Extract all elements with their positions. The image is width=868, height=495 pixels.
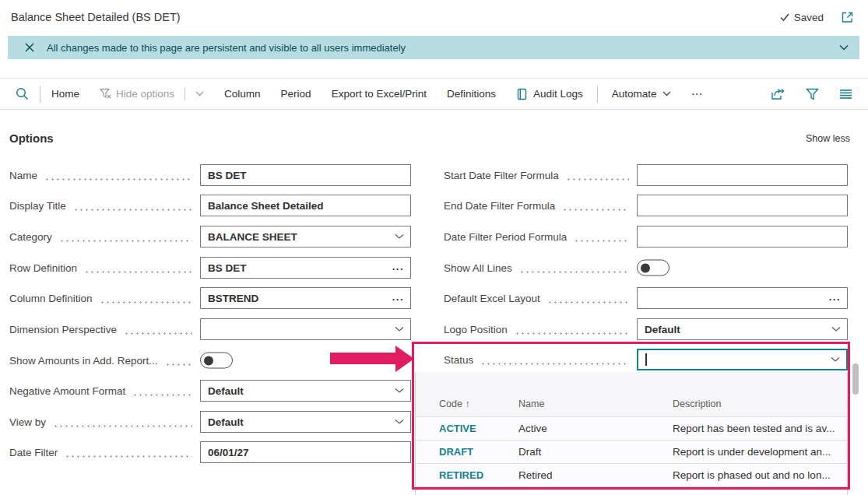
- dropdown-header-row: Code ↑ Name Description: [416, 372, 847, 416]
- dotted-leader: [165, 363, 192, 366]
- audit-logs-label: Audit Logs: [533, 88, 583, 100]
- status-name: Active: [518, 423, 673, 434]
- view-by-select[interactable]: Default: [200, 411, 411, 433]
- field-value: 06/01/27: [208, 447, 249, 458]
- menu-definitions[interactable]: Definitions: [447, 88, 496, 100]
- show-all-lines-toggle[interactable]: [637, 260, 669, 276]
- close-icon[interactable]: [25, 43, 34, 52]
- field-row-dimension-perspective: Dimension Perspective: [9, 318, 411, 340]
- chevron-down-icon: [831, 327, 841, 332]
- assist-edit-button[interactable]: ...: [392, 261, 404, 272]
- show-less-button[interactable]: Show less: [806, 133, 850, 144]
- page: Balance Sheet Detailed (BS DET) Saved Al…: [0, 0, 868, 495]
- end-date-filter-formula-input[interactable]: [637, 195, 848, 216]
- status-code-link[interactable]: ACTIVE: [439, 423, 518, 434]
- status-code-link[interactable]: DRAFT: [439, 446, 518, 458]
- field-value: Default: [645, 324, 680, 335]
- dropdown-row-retired[interactable]: RETIRED Retired Report is phased out and…: [416, 463, 847, 486]
- chevron-down-icon: [831, 357, 840, 363]
- dotted-leader: [124, 332, 192, 335]
- field-value: BS DET: [208, 170, 247, 181]
- menu-period[interactable]: Period: [281, 88, 311, 100]
- chevron-down-icon[interactable]: [195, 91, 204, 97]
- dotted-leader: [59, 240, 192, 242]
- dotted-leader: [547, 301, 629, 304]
- field-label: Column Definition: [9, 293, 93, 304]
- vertical-scrollbar-thumb[interactable]: [852, 363, 859, 395]
- field-row-row-definition: Row Definition BS DET ...: [9, 257, 411, 279]
- list-view-icon[interactable]: [839, 89, 852, 100]
- dotted-leader: [100, 301, 192, 304]
- dropdown-overflow-row: [415, 490, 848, 495]
- notification-banner: All changes made to this page are persis…: [8, 36, 859, 59]
- field-row-view-by: View by Default: [9, 411, 411, 433]
- field-row-show-amounts: Show Amounts in Add. Report...: [9, 349, 411, 371]
- field-label: Name: [9, 170, 37, 181]
- menu-automate[interactable]: Automate: [612, 88, 671, 100]
- name-input[interactable]: BS DET: [200, 164, 411, 186]
- dotted-leader: [53, 425, 192, 427]
- status-select[interactable]: [637, 349, 848, 370]
- show-amounts-toggle[interactable]: [200, 353, 233, 369]
- logbook-icon: [516, 88, 528, 100]
- column-header-name[interactable]: Name: [518, 398, 673, 409]
- default-excel-layout-input[interactable]: ...: [637, 287, 848, 309]
- search-icon[interactable]: [16, 87, 29, 100]
- divider: [184, 88, 185, 100]
- divider: [40, 86, 40, 103]
- page-title: Balance Sheet Detailed (BS DET): [11, 0, 181, 34]
- category-select[interactable]: BALANCE SHEET: [200, 226, 411, 248]
- display-title-input[interactable]: Balance Sheet Detailed: [200, 195, 411, 216]
- chevron-down-icon: [395, 327, 404, 332]
- menu-audit-logs[interactable]: Audit Logs: [516, 88, 583, 100]
- dotted-leader: [480, 363, 629, 365]
- field-value: BSTREND: [208, 293, 258, 304]
- field-value: BS DET: [208, 262, 247, 274]
- row-definition-input[interactable]: BS DET ...: [200, 257, 411, 279]
- field-row-default-excel-layout: Default Excel Layout ...: [444, 287, 848, 309]
- chevron-down-icon[interactable]: [839, 44, 849, 51]
- field-row-start-date-filter-formula: Start Date Filter Formula: [444, 164, 848, 186]
- menu-column[interactable]: Column: [224, 88, 261, 100]
- sort-ascending-icon: ↑: [465, 398, 469, 409]
- filter-icon[interactable]: [806, 88, 819, 100]
- check-icon: [779, 12, 790, 23]
- date-filter-input[interactable]: 06/01/27: [200, 441, 411, 463]
- assist-edit-button[interactable]: ...: [829, 291, 841, 303]
- dotted-leader: [44, 178, 192, 181]
- date-filter-period-formula-input[interactable]: [637, 226, 848, 248]
- logo-position-select[interactable]: Default: [637, 318, 848, 340]
- clear-filter-icon: [100, 88, 111, 100]
- dotted-leader: [65, 455, 192, 458]
- field-row-date-filter: Date Filter 06/01/27: [9, 441, 411, 463]
- field-label: Start Date Filter Formula: [444, 170, 559, 181]
- open-in-window-icon[interactable]: [841, 11, 854, 24]
- field-label: Show Amounts in Add. Report...: [9, 355, 158, 367]
- field-row-end-date-filter-formula: End Date Filter Formula: [444, 195, 848, 216]
- column-header-description[interactable]: Description: [673, 398, 847, 409]
- save-status: Saved: [779, 12, 824, 23]
- dropdown-row-draft[interactable]: DRAFT Draft Report is under development …: [416, 440, 847, 463]
- more-options-button[interactable]: ⋯: [691, 87, 704, 101]
- menu-export-excel-print[interactable]: Export to Excel/Print: [332, 88, 427, 100]
- field-row-negative-amount-format: Negative Amount Format Default: [9, 380, 411, 402]
- column-header-code[interactable]: Code ↑: [439, 398, 518, 409]
- menu-home[interactable]: Home: [51, 88, 79, 100]
- dimension-perspective-select[interactable]: [200, 318, 411, 340]
- status-description: Report is under development an...: [673, 446, 847, 458]
- field-label: Display Title: [9, 200, 66, 212]
- status-code-link[interactable]: RETIRED: [439, 469, 518, 481]
- negative-amount-format-select[interactable]: Default: [200, 380, 411, 402]
- dropdown-row-active[interactable]: ACTIVE Active Report has been tested and…: [416, 416, 847, 440]
- field-label: End Date Filter Formula: [444, 200, 555, 212]
- field-row-status: Status: [444, 349, 848, 370]
- dotted-leader: [515, 332, 629, 335]
- notification-text: All changes made to this page are persis…: [47, 42, 406, 54]
- start-date-filter-formula-input[interactable]: [637, 164, 848, 186]
- assist-edit-button[interactable]: ...: [392, 291, 404, 303]
- title-bar: Balance Sheet Detailed (BS DET) Saved: [0, 0, 868, 34]
- column-definition-input[interactable]: BSTREND ...: [200, 287, 411, 309]
- status-dropdown: Code ↑ Name Description ACTIVE Active Re…: [415, 372, 848, 487]
- menu-hide-options[interactable]: Hide options: [100, 88, 204, 100]
- share-icon[interactable]: [771, 87, 785, 100]
